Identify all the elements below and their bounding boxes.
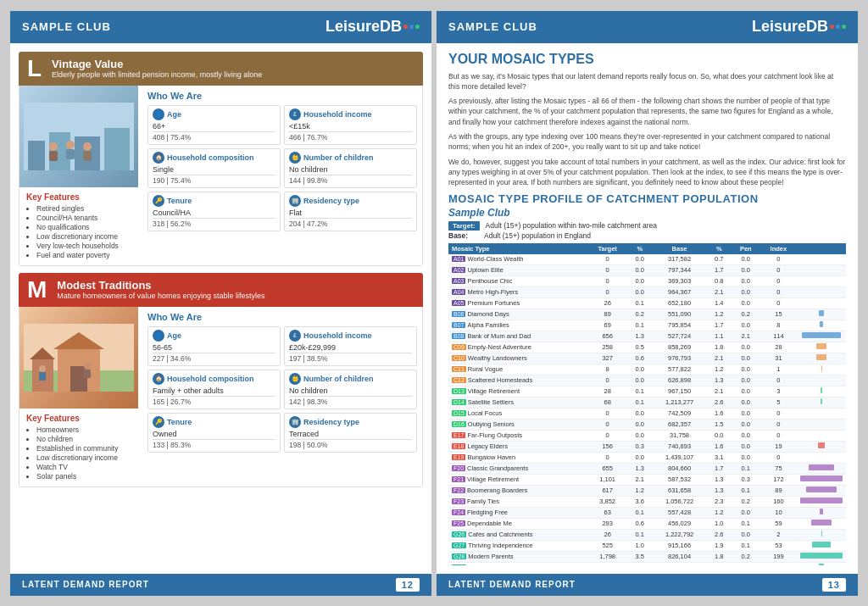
table-row: A05Premium Fortunes 26 0.1 652,180 1.4 0… bbox=[448, 297, 846, 309]
table-row: E17Far-Flung Outposts 0 0.0 31,758 0.0 0… bbox=[448, 430, 846, 441]
table-row: F25Dependable Me 293 0.6 456,029 1.0 0.1… bbox=[448, 518, 846, 529]
cell-name: G28Modern Parents bbox=[448, 551, 587, 562]
cell-bar bbox=[797, 551, 846, 562]
cell-target: 156 bbox=[587, 441, 628, 452]
col-pct2: % bbox=[707, 243, 732, 254]
stat-income: £ Household income <£15k 466 | 76.7% bbox=[284, 105, 417, 145]
cell-pen: 0.0 bbox=[732, 408, 760, 419]
left-page-content: L Vintage Value Elderly people with limi… bbox=[10, 43, 431, 574]
svg-rect-1 bbox=[28, 141, 45, 170]
cell-name: D13Village Retirement bbox=[448, 386, 587, 397]
cell-pen: 0.1 bbox=[732, 518, 760, 529]
modest-title: Modest Traditions bbox=[57, 279, 264, 292]
svg-point-7 bbox=[66, 141, 75, 149]
cell-pct2: 1.3 bbox=[707, 474, 732, 485]
svg-rect-8 bbox=[66, 149, 75, 159]
cell-pen: 0.2 bbox=[732, 551, 760, 562]
stat-tenure: 🔑 Tenure Council/HA 318 | 56.2% bbox=[147, 192, 281, 231]
cell-base: 456,029 bbox=[652, 518, 707, 529]
col-bar bbox=[797, 243, 846, 254]
modest-residency-icon: 🏢 bbox=[289, 416, 301, 428]
table-row: G29Mid-Career Convention 165 0.3 1,169,0… bbox=[448, 562, 846, 564]
vintage-subtitle: Elderly people with limited pension inco… bbox=[52, 70, 262, 79]
cell-pct2: 0.8 bbox=[707, 275, 732, 286]
cell-name: F25Dependable Me bbox=[448, 518, 587, 529]
table-row: A01World-Class Wealth 0 0.0 317,582 0.7 … bbox=[448, 254, 846, 265]
list-item: No children bbox=[36, 435, 136, 443]
cell-pct1: 1.3 bbox=[627, 331, 652, 342]
cell-target: 1,798 bbox=[587, 551, 628, 562]
cell-pct2: 2.5 bbox=[707, 562, 732, 564]
cell-name: B08Bank of Mum and Dad bbox=[448, 331, 587, 342]
cell-bar bbox=[797, 419, 846, 430]
intro-paragraphs: But as we say, it's Mosaic types that ou… bbox=[448, 71, 846, 192]
vintage-stats: Who We Are 👤 Age 66+ 408 | 75.4% bbox=[142, 86, 422, 265]
cell-pct1: 2.1 bbox=[627, 474, 652, 485]
cell-name: D14Satellite Settlers bbox=[448, 397, 587, 408]
cell-pen: 0.0 bbox=[732, 264, 760, 275]
table-row: B07Alpha Families 69 0.1 795,854 1.7 0.0… bbox=[448, 320, 846, 331]
modest-children-icon: 👶 bbox=[289, 373, 301, 385]
modest-who-we-are: Who We Are bbox=[147, 312, 417, 322]
cell-base: 317,582 bbox=[652, 254, 707, 265]
cell-index: 10 bbox=[760, 507, 797, 518]
cell-pct1: 0.0 bbox=[627, 364, 652, 375]
cell-pct2: 1.3 bbox=[707, 485, 732, 496]
cell-pct1: 0.1 bbox=[627, 386, 652, 397]
cell-base: 587,532 bbox=[652, 474, 707, 485]
cell-index: 89 bbox=[760, 485, 797, 496]
cell-pct1: 0.0 bbox=[627, 408, 652, 419]
cell-base: 551,090 bbox=[652, 309, 707, 320]
cell-base: 967,150 bbox=[652, 386, 707, 397]
cell-base: 915,166 bbox=[652, 540, 707, 551]
modest-stat-composition: 🏠 Household composition Family + other a… bbox=[147, 370, 281, 409]
cell-pen: 2.1 bbox=[732, 331, 760, 342]
cell-bar bbox=[797, 474, 846, 485]
cell-index: 0 bbox=[760, 297, 797, 309]
cell-pen: 0.0 bbox=[732, 286, 760, 297]
right-logo-word2: DB bbox=[806, 18, 828, 35]
cell-name: D15Local Focus bbox=[448, 408, 587, 419]
cell-pct2: 1.4 bbox=[707, 297, 732, 309]
right-club-title: SAMPLE CLUB bbox=[448, 20, 537, 33]
cell-name: A03Penthouse Chic bbox=[448, 275, 587, 286]
modest-subtitle: Mature homeowners of value homes enjoyin… bbox=[57, 292, 264, 300]
cell-pen: 0.1 bbox=[732, 463, 760, 474]
cell-name: E18Legacy Elders bbox=[448, 441, 587, 452]
modest-tenure-icon: 🔑 bbox=[153, 416, 164, 428]
cell-name: G29Mid-Career Convention bbox=[448, 562, 587, 564]
cell-bar bbox=[797, 463, 846, 474]
cell-pct1: 0.0 bbox=[627, 286, 652, 297]
stat-age: 👤 Age 66+ 408 | 75.4% bbox=[147, 105, 281, 145]
left-footer: LATENT DEMAND REPORT 12 bbox=[10, 574, 431, 596]
target-value: Adult (15+) population within two-mile c… bbox=[486, 221, 657, 230]
intro-paragraph: As previously, after listing the Mosaic … bbox=[448, 96, 846, 127]
cell-target: 8 bbox=[587, 364, 628, 375]
cell-pen: 0.0 bbox=[732, 529, 760, 540]
cell-index: 53 bbox=[760, 540, 797, 551]
cell-bar bbox=[797, 452, 846, 463]
cell-name: F21Village Retirement bbox=[448, 474, 587, 485]
right-logo-word1: Leisure bbox=[752, 18, 806, 35]
right-logo: LeisureDB bbox=[752, 18, 846, 36]
right-logo-dot-green bbox=[842, 25, 846, 29]
vintage-card-header: L Vintage Value Elderly people with limi… bbox=[19, 52, 423, 86]
cell-name: G27Thriving Independence bbox=[448, 540, 587, 551]
cell-base: 964,367 bbox=[652, 286, 707, 297]
cell-pct1: 0.0 bbox=[627, 275, 652, 286]
cell-index: 59 bbox=[760, 518, 797, 529]
base-row: Base: Adult (15+) population in England bbox=[448, 231, 846, 240]
table-row: F22Boomerang Boarders 617 1.2 631,658 1.… bbox=[448, 485, 846, 496]
cell-index: 75 bbox=[760, 463, 797, 474]
vintage-key-features: Key Features Retired singles Council/HA … bbox=[19, 187, 142, 265]
cell-bar bbox=[797, 375, 846, 386]
svg-rect-10 bbox=[83, 151, 92, 161]
cell-target: 0 bbox=[587, 264, 628, 275]
modest-composition-icon: 🏠 bbox=[153, 373, 164, 385]
cell-base: 795,854 bbox=[652, 320, 707, 331]
vintage-who-we-are: Who We Are bbox=[147, 91, 417, 101]
logo-word2: DB bbox=[380, 18, 402, 35]
table-body: A01World-Class Wealth 0 0.0 317,582 0.7 … bbox=[448, 254, 846, 565]
cell-name: G26Cafés and Catchments bbox=[448, 529, 587, 540]
cell-pen: 0.0 bbox=[732, 441, 760, 452]
